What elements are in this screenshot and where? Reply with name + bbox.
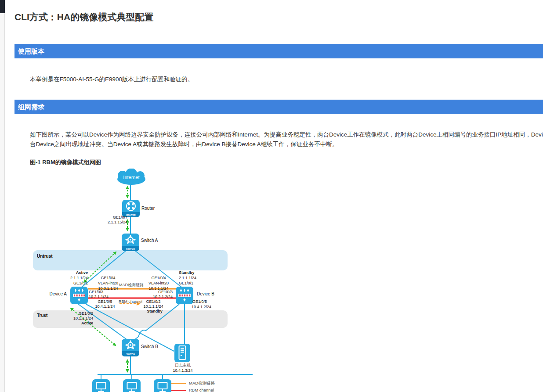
diagram-label: Device A bbox=[50, 292, 67, 296]
diagram-label: GE1/0/2 bbox=[146, 300, 160, 304]
rbm-link-swatch bbox=[171, 390, 186, 391]
diagram-label: GE1/0/3 bbox=[89, 290, 103, 294]
diagram-label: VLAN-int20 bbox=[148, 281, 169, 285]
diagram-label: 10.1.1.1/24 bbox=[143, 305, 163, 309]
diagram-label: 10.2.1.2/24 bbox=[153, 295, 173, 299]
section-banner-version: 使用版本 bbox=[14, 44, 543, 58]
legend-row-rbm: RBM channel bbox=[171, 387, 215, 392]
requirements-line-2: 台Device之间出现地址冲突。当Device A或其链路发生故障时，由Devi… bbox=[30, 140, 543, 149]
doc-page: { "header": { "title": "CLI方式：HA的镜像模式典型配… bbox=[0, 0, 543, 392]
diagram-label: RBM channel bbox=[119, 300, 142, 304]
diagram-label: Device B bbox=[197, 292, 214, 296]
diagram-label: Active bbox=[81, 321, 93, 325]
page-title: CLI方式：HA的镜像模式典型配置 bbox=[14, 11, 153, 23]
diagram-label: Standby bbox=[179, 271, 195, 275]
diagram-label: Switch B bbox=[141, 345, 158, 349]
diagram-label: GE1/0/4 bbox=[151, 276, 166, 280]
diagram-label: GE1/0/2 bbox=[79, 312, 93, 316]
diagram-label: GE1/0/1 bbox=[179, 281, 193, 285]
diagram-label: GE1/0/3 bbox=[158, 290, 173, 294]
switch-badge: SWITCH bbox=[126, 248, 135, 250]
section-heading: 使用版本 bbox=[18, 47, 44, 55]
requirements-body: 如下图所示，某公司以Device作为网络边界安全防护设备，连接公司内部网络和In… bbox=[30, 130, 543, 149]
pc-icon bbox=[123, 379, 141, 392]
device-a-icon bbox=[70, 287, 88, 304]
diagram-label: 10.4.1.2/24 bbox=[192, 305, 211, 309]
device-b-icon bbox=[176, 287, 193, 304]
section-heading: 组网需求 bbox=[18, 103, 44, 111]
legend-row-mad: MAD检测链路 bbox=[171, 380, 215, 387]
version-body: 本举例是在F5000-AI-55-G的E9900版本上进行配置和验证的。 bbox=[30, 76, 193, 83]
diagram-label: GE1/0/7 bbox=[113, 216, 127, 219]
router-badge: ROUTER bbox=[126, 214, 136, 216]
legend-label: MAD检测链路 bbox=[189, 381, 215, 385]
diagram-label: Router bbox=[141, 206, 155, 211]
diagram-label: GE1/0/5 bbox=[192, 300, 207, 304]
pc-icon bbox=[92, 379, 110, 392]
diagram-legend: MAD检测链路 RBM channel bbox=[171, 380, 215, 392]
diagram-label: MAD检测链路 bbox=[119, 283, 144, 287]
switch-a-icon: SWITCH bbox=[122, 234, 139, 251]
internet-cloud-icon: Internet bbox=[113, 169, 150, 185]
router-icon: ROUTER bbox=[122, 200, 140, 217]
diagram-label: GE1/0/5 bbox=[98, 300, 112, 304]
figure-caption: 图-1 RBM的镜像模式组网图 bbox=[30, 158, 101, 166]
diagram-label: 10.2.1.1/24 bbox=[89, 295, 109, 299]
diagram-label: 2.1.1.1/24 bbox=[70, 276, 88, 280]
diagram-label: GE1/0/1 bbox=[73, 281, 88, 285]
diagram-label: 2.1.1.15/24 bbox=[108, 220, 127, 224]
requirements-line-1: 如下图所示，某公司以Device作为网络边界安全防护设备，连接公司内部网络和In… bbox=[30, 130, 543, 140]
section-banner-requirements: 组网需求 bbox=[14, 100, 543, 114]
pc-icon bbox=[154, 379, 171, 392]
switch-b-icon: SWITCH bbox=[122, 339, 139, 356]
network-diagram: Untrust Trust bbox=[0, 167, 290, 392]
diagram-label: VLAN-int20 bbox=[98, 281, 118, 285]
diagram-label: Standby bbox=[147, 309, 163, 313]
diagram-label: 10.4.1.1/24 bbox=[95, 305, 115, 309]
internet-label: Internet bbox=[123, 175, 139, 180]
mad-link-swatch bbox=[171, 383, 186, 384]
link-lines bbox=[0, 167, 290, 392]
switch-badge: SWITCH bbox=[126, 353, 135, 356]
diagram-label: GE1/0/4 bbox=[101, 276, 115, 280]
diagram-label: 10.4.1.3/24 bbox=[173, 369, 192, 373]
diagram-label: Active bbox=[76, 271, 88, 275]
sidebar-corner bbox=[0, 0, 5, 13]
diagram-label: 日志主机 bbox=[175, 363, 191, 367]
log-host-icon bbox=[174, 344, 190, 362]
diagram-label: 2.1.1.1/24 bbox=[179, 276, 196, 280]
diagram-label: Switch A bbox=[141, 238, 158, 243]
legend-label: RBM channel bbox=[189, 388, 214, 392]
diagram-label: 10.1.1.1/24 bbox=[73, 316, 93, 320]
